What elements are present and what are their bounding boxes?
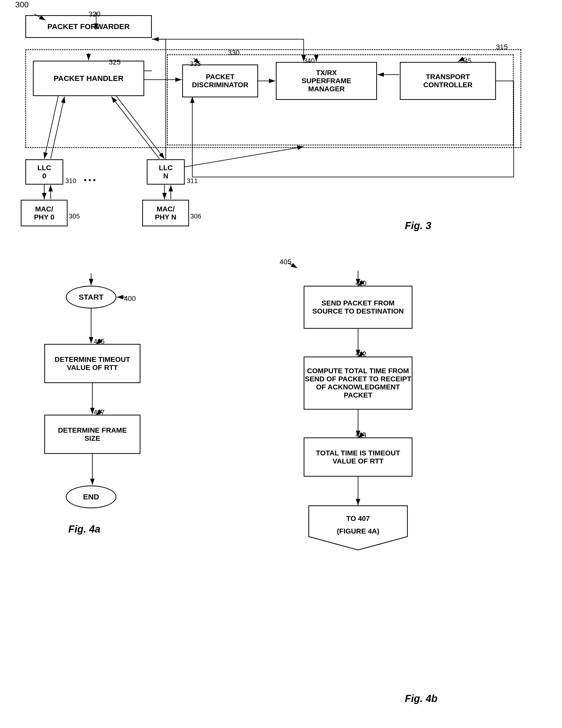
box-407: DETERMINE FRAMESIZE: [44, 415, 140, 454]
start-label: START: [79, 293, 103, 301]
fig3-caption: Fig. 3: [405, 220, 431, 231]
llcN-label: LLCN: [159, 164, 172, 180]
ref-405b: 405: [279, 258, 292, 266]
end-label: END: [83, 493, 99, 501]
llc0-box: LLC0: [25, 159, 63, 185]
start-ellipse: START: [66, 286, 116, 308]
ref-305: 305: [69, 212, 80, 220]
fig4b-caption: Fig. 4b: [405, 693, 438, 704]
svg-line-28: [185, 147, 304, 167]
packet-forwarder-box: PACKET FORWARDER: [25, 15, 152, 38]
box-422-label: COMPUTE TOTAL TIME FROMSEND OF PACKET TO…: [305, 367, 412, 399]
macN-box: MAC/PHY N: [142, 200, 189, 226]
transport-controller-box: TRANSPORT CONTROLLER: [400, 62, 496, 100]
pentagon-line1: TO 407: [347, 515, 370, 522]
ref-311: 311: [187, 177, 198, 185]
box-405-label: DETERMINE TIMEOUTVALUE OF RTT: [55, 356, 130, 372]
pentagon-to407: [309, 506, 407, 550]
mac0-label: MAC/PHY 0: [34, 205, 54, 221]
ref-400: 400: [124, 295, 136, 303]
diagram-container: 300 320 315 325 330 335 340 345 310 311 …: [0, 0, 562, 728]
ref-310: 310: [65, 177, 76, 185]
ellipsis: ...: [83, 169, 97, 184]
box-420: SEND PACKET FROMSOURCE TO DESTINATION: [304, 286, 413, 329]
packet-forwarder-label: PACKET FORWARDER: [47, 22, 130, 31]
packet-discriminator-label: PACKETDISCRIMINATOR: [192, 73, 248, 89]
packet-handler-box: PACKET HANDLER: [33, 61, 144, 96]
end-ellipse: END: [66, 486, 116, 508]
packet-handler-label: PACKET HANDLER: [54, 74, 123, 83]
llc0-label: LLC0: [37, 164, 51, 180]
fig4a-caption: Fig. 4a: [68, 523, 100, 535]
macN-label: MAC/PHY N: [155, 205, 176, 221]
box-424-label: TOTAL TIME IS TIMEOUTVALUE OF RTT: [316, 449, 400, 465]
box-424: TOTAL TIME IS TIMEOUTVALUE OF RTT: [304, 437, 413, 477]
txrx-label: TX/RXSUPERFRAMEMANAGER: [302, 69, 351, 93]
txrx-superframe-box: TX/RXSUPERFRAMEMANAGER: [276, 62, 377, 100]
box-405: DETERMINE TIMEOUTVALUE OF RTT: [44, 344, 140, 383]
pentagon-line2: (FIGURE 4A): [337, 527, 379, 535]
box-407-label: DETERMINE FRAMESIZE: [58, 426, 127, 443]
box-420-label: SEND PACKET FROMSOURCE TO DESTINATION: [312, 299, 404, 315]
mac0-box: MAC/PHY 0: [21, 200, 68, 226]
ref-306: 306: [190, 212, 201, 220]
box-422: COMPUTE TOTAL TIME FROMSEND OF PACKET TO…: [304, 357, 413, 410]
packet-discriminator-box: PACKETDISCRIMINATOR: [182, 64, 258, 97]
transport-controller-label: TRANSPORT CONTROLLER: [401, 73, 495, 89]
ref-300: 300: [15, 0, 29, 9]
llcN-box: LLCN: [147, 159, 185, 185]
